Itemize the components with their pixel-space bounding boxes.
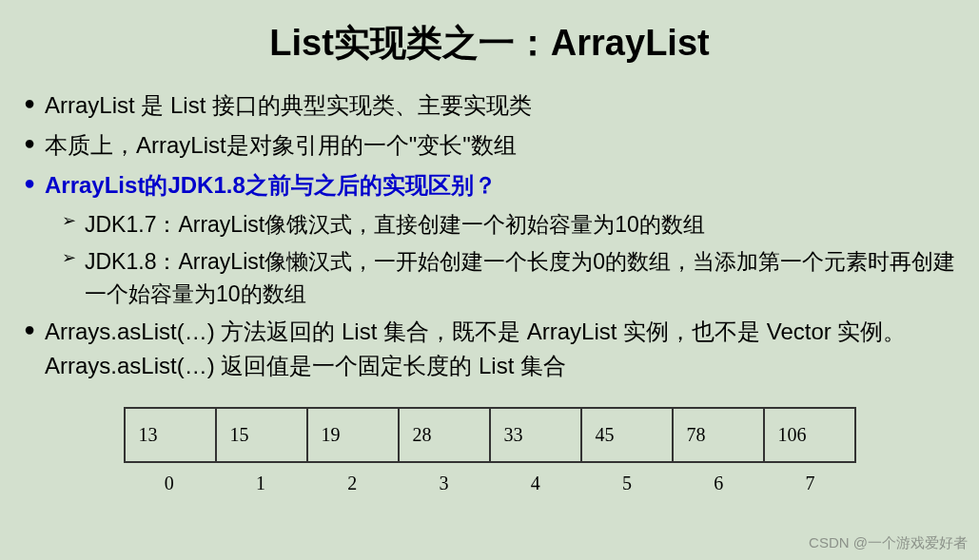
- bullet-item: Arrays.asList(…) 方法返回的 List 集合，既不是 Array…: [24, 315, 955, 383]
- array-cell: 45: [582, 409, 674, 461]
- array-cell: 15: [217, 409, 308, 461]
- array-index: 0: [124, 463, 215, 494]
- sub-bullet-item: JDK1.7：ArrayList像饿汉式，直接创建一个初始容量为10的数组: [62, 208, 955, 241]
- array-cell: 13: [126, 409, 217, 461]
- array-index: 3: [398, 463, 489, 494]
- page-title: List实现类之一：ArrayList: [24, 19, 955, 68]
- array-index: 7: [764, 463, 855, 494]
- array-index: 6: [673, 463, 764, 494]
- array-diagram: 13 15 19 28 33 45 78 106 0 1 2 3 4 5 6 7: [124, 407, 856, 494]
- bullet-item: ArrayList 是 List 接口的典型实现类、主要实现类: [24, 88, 955, 123]
- bullet-item-highlighted: ArrayList的JDK1.8之前与之后的实现区别？: [24, 168, 955, 203]
- sub-bullet-list: JDK1.7：ArrayList像饿汉式，直接创建一个初始容量为10的数组 JD…: [62, 208, 955, 311]
- array-cells-row: 13 15 19 28 33 45 78 106: [124, 407, 856, 463]
- array-cell: 106: [765, 409, 854, 461]
- array-index: 1: [215, 463, 306, 494]
- main-bullet-list: ArrayList 是 List 接口的典型实现类、主要实现类 本质上，Arra…: [24, 88, 955, 203]
- sub-bullet-item: JDK1.8：ArrayList像懒汉式，一开始创建一个长度为0的数组，当添加第…: [62, 245, 955, 311]
- array-index: 2: [306, 463, 398, 494]
- array-index: 4: [490, 463, 581, 494]
- array-cell: 19: [308, 409, 400, 461]
- array-cell: 78: [674, 409, 765, 461]
- array-cell: 33: [491, 409, 582, 461]
- array-index: 5: [581, 463, 673, 494]
- watermark: CSDN @一个游戏爱好者: [809, 534, 968, 552]
- array-indices-row: 0 1 2 3 4 5 6 7: [124, 463, 856, 494]
- bullet-item: 本质上，ArrayList是对象引用的一个"变长"数组: [24, 128, 955, 163]
- main-bullet-list-continued: Arrays.asList(…) 方法返回的 List 集合，既不是 Array…: [24, 315, 955, 383]
- array-cell: 28: [400, 409, 491, 461]
